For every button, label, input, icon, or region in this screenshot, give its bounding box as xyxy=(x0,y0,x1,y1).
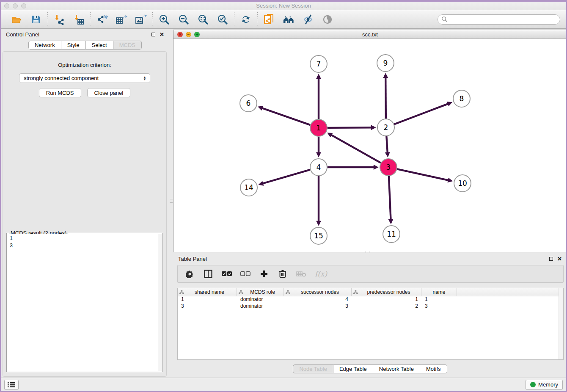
network-graph-canvas[interactable]: 7968124314101511 xyxy=(173,39,567,252)
graph-node-6[interactable]: 6 xyxy=(240,95,257,112)
table-row[interactable]: 1dominator411 xyxy=(178,296,563,303)
zoom-in-icon[interactable] xyxy=(158,14,170,25)
column-header-predecessor-nodes[interactable]: predecessor nodes xyxy=(352,288,421,296)
mcds-panel: Optimization criterion: strongly connect… xyxy=(3,51,167,377)
export-image-icon[interactable] xyxy=(135,14,147,25)
control-panel-tabs: NetworkStyleSelectMCDS xyxy=(1,41,169,50)
graph-edge-4-14[interactable] xyxy=(263,170,310,184)
table-cell[interactable]: 3 xyxy=(421,303,457,310)
close-panel-icon[interactable]: ✕ xyxy=(160,33,164,36)
table-cell[interactable]: 1 xyxy=(178,296,237,303)
tab-node-table[interactable]: Node Table xyxy=(293,364,333,373)
hide-selected-icon[interactable] xyxy=(302,14,314,25)
mcds-result-scrollbar[interactable] xyxy=(158,234,162,371)
column-header-MCDS-role[interactable]: MCDS role xyxy=(237,288,284,296)
graph-node-10[interactable]: 10 xyxy=(454,175,471,192)
float-panel-icon[interactable] xyxy=(549,257,553,261)
table-cell[interactable]: 3 xyxy=(284,303,352,310)
graph-edge-1-2[interactable] xyxy=(328,127,372,128)
zoom-selected-icon[interactable] xyxy=(217,14,228,25)
first-neighbors-icon[interactable] xyxy=(283,14,295,25)
graph-node-1[interactable]: 1 xyxy=(310,119,327,136)
window-titlebar: Session: New Session xyxy=(1,2,566,10)
graph-edge-3-10[interactable] xyxy=(397,169,449,180)
tab-edge-table[interactable]: Edge Table xyxy=(333,364,373,373)
tab-network[interactable]: Network xyxy=(28,41,61,50)
graph-edge-2-3[interactable] xyxy=(386,136,387,153)
graph-edge-3-11[interactable] xyxy=(389,176,391,220)
tab-select[interactable]: Select xyxy=(86,41,113,50)
graph-node-14[interactable]: 14 xyxy=(240,179,257,196)
search-input[interactable] xyxy=(448,17,556,22)
search-icon xyxy=(441,16,448,22)
graph-node-11[interactable]: 11 xyxy=(383,226,400,243)
table-row[interactable]: 3dominator323 xyxy=(178,303,563,310)
export-network-icon[interactable] xyxy=(96,14,108,25)
close-panel-button[interactable]: Close panel xyxy=(87,88,131,97)
table-cell[interactable]: 4 xyxy=(284,296,352,303)
graph-node-15[interactable]: 15 xyxy=(310,227,327,244)
delete-column-icon[interactable] xyxy=(278,269,288,279)
graph-node-3[interactable]: 3 xyxy=(380,159,397,176)
column-header-label: successor nodes xyxy=(290,289,350,295)
table-cell[interactable]: 3 xyxy=(178,303,237,310)
select-all-icon[interactable] xyxy=(222,269,232,279)
search-box[interactable] xyxy=(438,14,560,25)
run-mcds-button[interactable]: Run MCDS xyxy=(39,88,81,97)
tab-mcds[interactable]: MCDS xyxy=(113,41,142,50)
refresh-icon[interactable] xyxy=(240,14,252,25)
graph-node-label: 2 xyxy=(384,123,388,132)
table-cell[interactable]: 1 xyxy=(421,296,457,303)
save-session-icon[interactable] xyxy=(30,14,42,25)
control-panel-title: Control Panel xyxy=(6,31,151,38)
task-history-button[interactable] xyxy=(4,380,19,390)
mcds-result-box: MCDS result (2 nodes) 1 3 xyxy=(6,233,163,372)
float-panel-icon[interactable] xyxy=(151,33,155,36)
table-cell[interactable]: 2 xyxy=(352,303,421,310)
graph-edge-2-8[interactable] xyxy=(394,104,449,124)
graph-node-7[interactable]: 7 xyxy=(310,55,327,72)
column-edit-icon xyxy=(353,290,358,295)
graph-node-4[interactable]: 4 xyxy=(310,159,327,176)
deselect-all-icon[interactable] xyxy=(240,269,250,279)
table-settings-icon[interactable] xyxy=(184,269,195,279)
column-header-name[interactable]: name xyxy=(421,288,457,296)
close-panel-icon[interactable]: ✕ xyxy=(557,257,562,261)
memory-button[interactable]: Memory xyxy=(526,380,563,390)
column-header-successor-nodes[interactable]: successor nodes xyxy=(284,288,352,296)
table-cell[interactable]: dominator xyxy=(237,303,284,310)
import-table-icon[interactable] xyxy=(73,14,85,25)
graph-edge-1-6[interactable] xyxy=(262,108,310,125)
optimization-criterion-select[interactable]: strongly connected component ▲▼ xyxy=(19,73,150,83)
zoom-out-icon[interactable] xyxy=(178,14,190,25)
open-session-icon[interactable] xyxy=(11,14,22,25)
mcds-result-text[interactable]: 1 3 xyxy=(7,234,158,371)
show-all-icon[interactable] xyxy=(322,14,333,25)
function-builder-icon[interactable]: f(x) xyxy=(315,270,327,278)
table-scrollbar[interactable] xyxy=(559,288,563,359)
import-network-icon[interactable] xyxy=(53,14,65,25)
graph-edge-2-9[interactable] xyxy=(385,77,386,119)
select-updown-icon: ▲▼ xyxy=(143,76,146,80)
graph-node-label: 6 xyxy=(246,99,251,108)
duplicate-network-icon[interactable] xyxy=(263,14,275,25)
graph-node-2[interactable]: 2 xyxy=(377,119,394,136)
export-table-icon[interactable] xyxy=(116,14,127,25)
tab-style[interactable]: Style xyxy=(61,41,86,50)
graph-node-9[interactable]: 9 xyxy=(377,55,394,72)
column-header-label: MCDS role xyxy=(243,289,282,295)
zoom-fit-icon[interactable] xyxy=(197,14,209,25)
splitter-handle[interactable] xyxy=(170,199,173,203)
graph-edge-3-1[interactable] xyxy=(331,135,381,163)
node-table[interactable]: shared nameMCDS rolesuccessor nodesprede… xyxy=(177,288,564,360)
tab-network-table[interactable]: Network Table xyxy=(373,364,420,373)
tab-motifs[interactable]: Motifs xyxy=(420,364,447,373)
column-layout-icon[interactable] xyxy=(203,269,213,279)
graph-node-8[interactable]: 8 xyxy=(453,90,470,107)
add-column-icon[interactable] xyxy=(259,269,269,279)
delete-table-icon[interactable] xyxy=(296,269,306,279)
column-header-shared-name[interactable]: shared name xyxy=(178,288,237,296)
table-cell[interactable]: dominator xyxy=(237,296,284,303)
table-cell[interactable]: 1 xyxy=(352,296,421,303)
column-header-label: predecessor nodes xyxy=(358,289,419,295)
